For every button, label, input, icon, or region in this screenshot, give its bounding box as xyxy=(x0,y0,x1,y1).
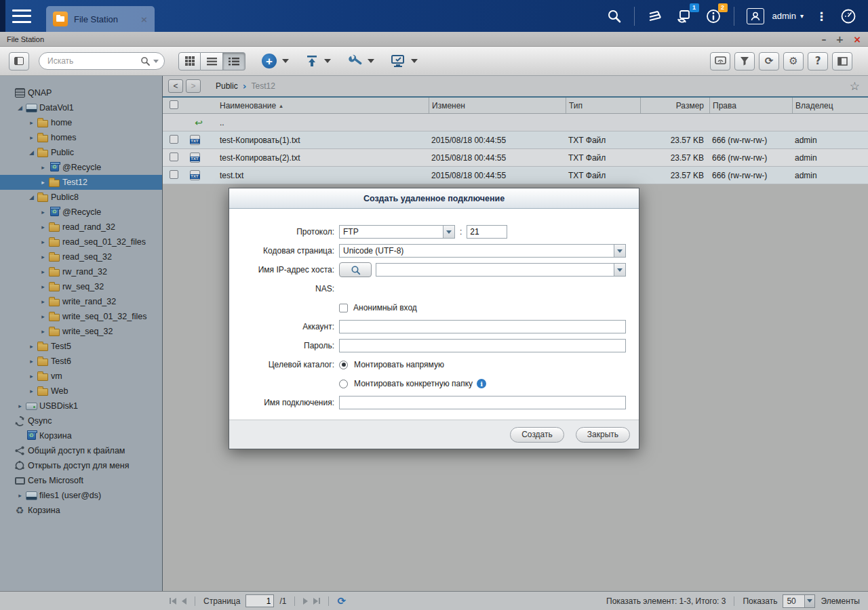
tools-caret-icon xyxy=(368,59,374,63)
chevron-down-icon xyxy=(446,230,452,234)
protocol-label: Протокол: xyxy=(229,227,334,237)
remote-mount-icon xyxy=(391,54,406,68)
password-label: Пароль: xyxy=(229,341,334,350)
settings-button[interactable]: ⚙ xyxy=(783,52,804,70)
connection-name-input[interactable] xyxy=(339,396,626,409)
remote-view-button[interactable] xyxy=(710,52,730,70)
search-input[interactable] xyxy=(47,56,140,66)
remote-caret-icon xyxy=(411,59,418,63)
filter-icon xyxy=(740,56,749,66)
search-icon xyxy=(351,265,361,275)
host-label: Имя IP-адрес хоста: xyxy=(229,265,334,274)
filter-button[interactable] xyxy=(734,52,755,70)
file-station-app-icon xyxy=(53,12,68,26)
upload-menu-button[interactable] xyxy=(305,54,331,68)
password-input[interactable] xyxy=(339,339,626,352)
protocol-value: FTP xyxy=(340,227,443,237)
port-separator: : xyxy=(460,227,462,237)
protocol-select[interactable]: FTP xyxy=(339,225,455,239)
cast-screen-icon xyxy=(715,56,726,66)
host-select[interactable] xyxy=(376,263,626,277)
codepage-value: Unicode (UTF-8) xyxy=(340,246,614,256)
account-label: Аккаунт: xyxy=(229,322,334,331)
dialog-title: Создать удаленное подключение xyxy=(229,188,639,209)
anonymous-checkbox[interactable] xyxy=(339,304,348,312)
external-device-icon[interactable]: 1 xyxy=(675,8,693,24)
app-tab-label: File Station xyxy=(74,14,140,24)
background-tasks-icon[interactable] xyxy=(647,8,663,24)
create-remote-connection-dialog: Создать удаленное подключение Протокол: … xyxy=(229,188,639,449)
notifications-icon[interactable]: 2 xyxy=(705,8,722,24)
desktop-top-bar: File Station × 1 2 admin ▾ ⋮ xyxy=(0,0,868,32)
add-icon: + xyxy=(262,54,277,68)
create-caret-icon xyxy=(282,59,289,63)
mount-direct-label: Монтировать напрямую xyxy=(354,360,444,369)
port-input[interactable] xyxy=(467,225,507,239)
help-icon: ? xyxy=(815,55,821,67)
search-options-caret-icon[interactable] xyxy=(153,60,159,63)
search-box[interactable] xyxy=(39,52,165,70)
window-close-icon[interactable]: × xyxy=(853,35,861,44)
layout-button[interactable] xyxy=(832,52,852,70)
main-menu-icon[interactable] xyxy=(12,9,31,23)
user-avatar-icon[interactable] xyxy=(747,8,764,24)
chevron-down-icon xyxy=(617,268,623,272)
info-icon[interactable]: i xyxy=(477,379,486,388)
window-title: File Station xyxy=(7,35,44,43)
divider xyxy=(734,7,734,26)
search-host-button[interactable] xyxy=(339,262,372,277)
remote-mount-menu-button[interactable] xyxy=(391,54,418,68)
app-tab-file-station[interactable]: File Station × xyxy=(46,6,155,32)
search-icon xyxy=(140,56,151,66)
refresh-button[interactable]: ⟳ xyxy=(759,52,779,70)
nas-label: NAS: xyxy=(229,284,334,293)
panel-icon xyxy=(14,57,24,65)
wrench-icon xyxy=(347,54,362,68)
anonymous-label: Анонимный вход xyxy=(353,303,417,312)
upload-caret-icon xyxy=(324,59,331,63)
window-maximize-icon[interactable]: + xyxy=(836,35,844,44)
refresh-icon: ⟳ xyxy=(765,55,774,67)
resource-monitor-icon[interactable] xyxy=(840,7,857,25)
tab-close-icon[interactable]: × xyxy=(140,14,148,24)
more-options-icon[interactable]: ⋮ xyxy=(816,9,827,23)
help-button[interactable]: ? xyxy=(808,52,828,70)
detail-view-icon xyxy=(229,57,239,66)
chevron-down-icon xyxy=(617,249,623,253)
codepage-label: Кодовая страница: xyxy=(229,246,334,256)
columns-icon xyxy=(837,57,848,66)
file-station-toolbar: + ⟳ ⚙ ? xyxy=(0,47,868,76)
upload-icon xyxy=(305,54,319,68)
create-menu-button[interactable]: + xyxy=(262,54,289,68)
account-input[interactable] xyxy=(339,320,626,333)
target-folder-label: Целевой каталог: xyxy=(229,360,334,369)
user-menu-caret-icon[interactable]: ▾ xyxy=(800,12,804,20)
codepage-select[interactable]: Unicode (UTF-8) xyxy=(339,244,626,258)
window-title-bar: File Station – + × xyxy=(0,32,868,47)
username-label[interactable]: admin xyxy=(772,11,796,21)
detail-view-button[interactable] xyxy=(223,52,245,70)
thumbnail-view-button[interactable] xyxy=(178,52,201,70)
close-button[interactable]: Закрыть xyxy=(576,427,630,443)
global-search-icon[interactable] xyxy=(607,9,622,24)
window-minimize-icon[interactable]: – xyxy=(822,35,827,44)
gear-icon: ⚙ xyxy=(789,55,797,67)
device-badge: 1 xyxy=(690,3,699,12)
notifications-badge: 2 xyxy=(718,3,728,12)
create-button[interactable]: Создать xyxy=(510,427,564,443)
mount-folder-radio[interactable] xyxy=(339,380,348,388)
toggle-sidebar-button[interactable] xyxy=(9,52,29,70)
list-view-button[interactable] xyxy=(201,52,223,70)
tools-menu-button[interactable] xyxy=(347,54,374,68)
list-view-icon xyxy=(207,57,217,66)
connection-name-label: Имя подключения: xyxy=(229,398,334,407)
grid-view-icon xyxy=(185,56,195,66)
view-mode-group xyxy=(178,52,245,70)
mount-direct-radio[interactable] xyxy=(339,361,348,369)
mount-folder-label: Монтировать конкретную папку xyxy=(354,379,473,388)
dialog-footer: Создать Закрыть xyxy=(229,420,639,449)
divider xyxy=(634,7,635,26)
